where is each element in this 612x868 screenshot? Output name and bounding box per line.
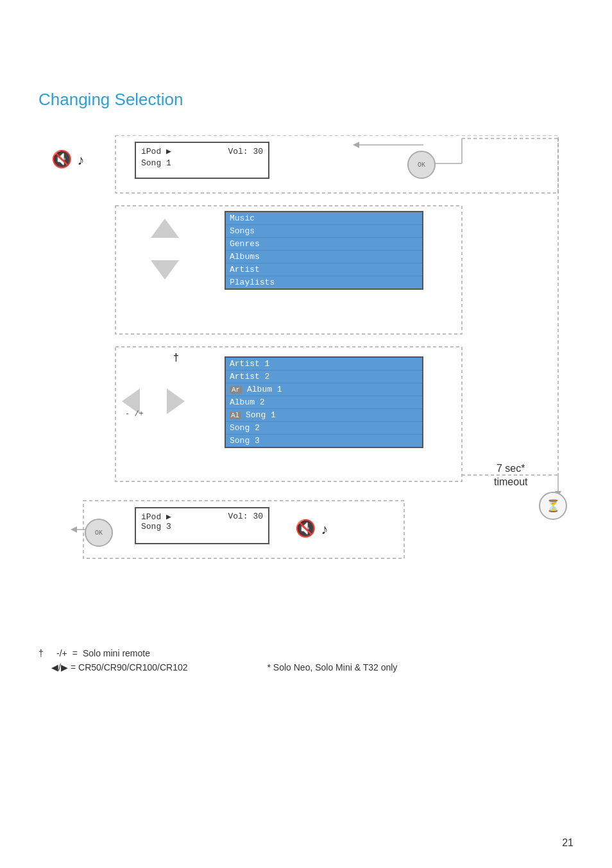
- footnote-row-2: ◀/▶ = CR50/CR90/CR100/CR102 * Solo Neo, …: [38, 662, 574, 672]
- speaker-music-icons-top: 🔇 ♪: [51, 149, 84, 169]
- speaker-music-icons-bottom: 🔇 ♪: [295, 519, 328, 538]
- menu-item-album2: Album 2: [226, 396, 422, 409]
- footnote-solo-mini: Solo mini remote: [83, 648, 150, 658]
- footnote-equals2: =: [71, 662, 76, 672]
- footnote-arrows: ◀/▶: [51, 662, 68, 672]
- menu-item-album1: Ar Album 1: [226, 383, 422, 396]
- svg-marker-14: [71, 526, 77, 533]
- diagram-area: 🔇 ♪ iPod ▶ Vol: 30 Song 1 OK: [45, 135, 571, 597]
- nav-down-arrow[interactable]: [151, 260, 179, 280]
- menu-item-artist1: Artist 1: [226, 358, 422, 371]
- ok-button-top[interactable]: OK: [407, 151, 436, 179]
- screen-bottom: iPod ▶ Vol: 30 Song 3: [135, 507, 269, 544]
- nav-minus-plus-label: - /+: [125, 410, 144, 419]
- timeout-label: 7 sec* timeout: [494, 462, 527, 489]
- page-container: Changing Selection: [0, 0, 612, 868]
- footnotes: † -/+ = Solo mini remote ◀/▶ = CR50/CR90…: [38, 648, 574, 672]
- screen-bottom-row2: Song 3: [141, 522, 171, 531]
- screen-top-row1-left: iPod ▶: [141, 146, 171, 156]
- footnote-equals: =: [72, 648, 78, 658]
- menu-item-song3: Song 3: [226, 435, 422, 447]
- page-title: Changing Selection: [38, 90, 574, 110]
- footnote-minus-plus: -/+: [56, 648, 67, 658]
- ok-button-bottom[interactable]: OK: [85, 519, 113, 547]
- footnote-row-1: † -/+ = Solo mini remote: [38, 648, 574, 658]
- screen-top: iPod ▶ Vol: 30 Song 1: [135, 142, 269, 179]
- menu-item-artist2: Artist 2: [226, 371, 422, 383]
- menu-item-song2: Song 2: [226, 422, 422, 435]
- footnote-star-note: * Solo Neo, Solo Mini & T32 only: [268, 662, 398, 672]
- timeout-circle: ⏳: [539, 492, 567, 520]
- screen-bottom-row1-right: Vol: 30: [228, 512, 263, 522]
- screen-top-row2: Song 1: [141, 158, 171, 168]
- menu-item-playlists: Playlists: [226, 276, 422, 288]
- nav-right-arrow[interactable]: [167, 388, 185, 414]
- footnote-models: CR50/CR90/CR100/CR102: [78, 662, 187, 672]
- menu-list-1: Music Songs Genres Albums Artist Playlis…: [225, 211, 423, 290]
- dagger-label: †: [173, 352, 179, 363]
- svg-marker-2: [353, 142, 359, 148]
- menu-item-music: Music: [226, 212, 422, 225]
- nav-up-arrow[interactable]: [151, 219, 179, 238]
- menu-item-songs: Songs: [226, 225, 422, 238]
- menu-item-song1: Al Song 1: [226, 409, 422, 422]
- screen-bottom-row1-left: iPod ▶: [141, 512, 171, 522]
- menu-item-albums: Albums: [226, 251, 422, 263]
- page-number: 21: [562, 837, 574, 849]
- menu-item-artist: Artist: [226, 263, 422, 276]
- screen-top-row1-right: Vol: 30: [228, 147, 263, 156]
- footnote-dagger: †: [38, 648, 51, 658]
- menu-list-2: Artist 1 Artist 2 Ar Album 1 Album 2 Al …: [225, 356, 423, 448]
- menu-item-genres: Genres: [226, 238, 422, 251]
